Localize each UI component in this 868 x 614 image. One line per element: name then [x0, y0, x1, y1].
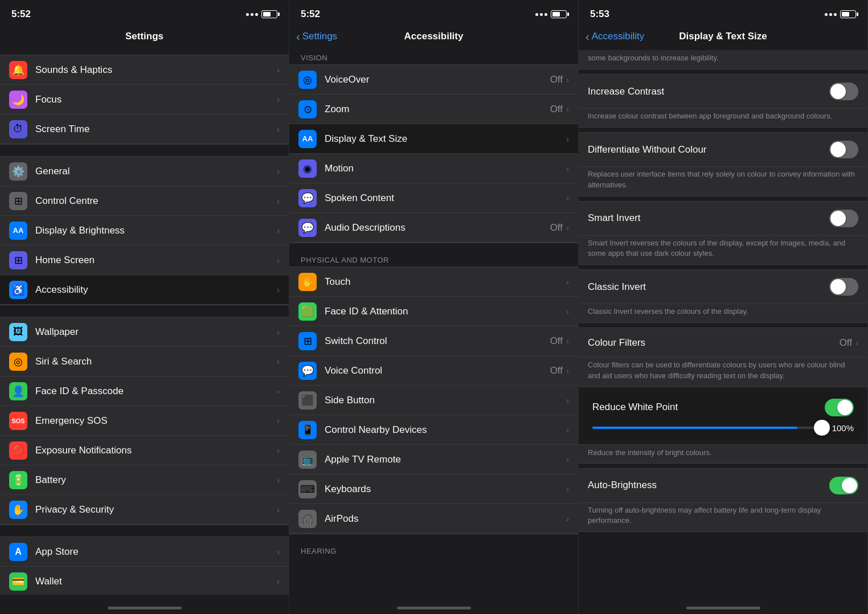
list-item-spokencontent[interactable]: 💬 Spoken Content › — [289, 183, 578, 213]
smart-invert-row[interactable]: Smart Invert — [579, 202, 867, 236]
chevron-icon: › — [277, 505, 280, 514]
list-item-zoom[interactable]: ⊙ Zoom Off › — [289, 95, 578, 124]
sidebar-item-siri[interactable]: ◎ Siri & Search › — [0, 347, 289, 376]
sidebar-item-sounds[interactable]: 🔔 Sounds & Haptics › — [0, 55, 289, 85]
list-item-audiodesc[interactable]: 💬 Audio Descriptions Off › — [289, 213, 578, 243]
list-item-displaytextsize[interactable]: AA Display & Text Size › — [289, 124, 578, 154]
chevron-icon: › — [566, 193, 569, 203]
settings-group-1: 🔔 Sounds & Haptics › 🌙 Focus › ⏱ Screen … — [0, 55, 289, 145]
voiceover-icon: ◎ — [298, 71, 317, 89]
back-button-3[interactable]: ‹ Accessibility — [586, 31, 644, 42]
chevron-icon: › — [566, 306, 569, 316]
list-item-motion[interactable]: ◉ Motion › — [289, 154, 578, 183]
chevron-icon: › — [277, 95, 280, 104]
list-item-keyboards[interactable]: ⌨ Keyboards › — [289, 474, 578, 504]
sidebar-item-sos[interactable]: SOS Emergency SOS › — [0, 406, 289, 436]
back-chevron-icon-3: ‹ — [586, 31, 589, 42]
sidebar-item-exposure[interactable]: 🔴 Exposure Notifications › — [0, 436, 289, 465]
motion-icon: ◉ — [298, 159, 317, 178]
settings-group-3: 🖼 Wallpaper › ◎ Siri & Search › 👤 Face I… — [0, 317, 289, 525]
increase-contrast-toggle[interactable] — [829, 83, 858, 100]
list-item-voicecontrol[interactable]: 💬 Voice Control Off › — [289, 356, 578, 386]
sidebar-item-faceid[interactable]: 👤 Face ID & Passcode › — [0, 376, 289, 406]
audiodesc-value: Off — [550, 222, 563, 234]
displaytextsize-icon: AA — [298, 130, 317, 148]
displaytextsize-label: Display & Text Size — [325, 133, 566, 145]
nav-header-1: Settings — [0, 25, 289, 50]
rwp-toggle[interactable] — [825, 399, 854, 416]
section-physical-header: PHYSICAL AND MOTOR — [289, 252, 578, 267]
list-item-switchcontrol[interactable]: ⊞ Switch Control Off › — [289, 326, 578, 356]
siri-label: Siri & Search — [35, 356, 277, 367]
zoom-label: Zoom — [325, 104, 550, 115]
settings-scroll[interactable]: 🔔 Sounds & Haptics › 🌙 Focus › ⏱ Screen … — [0, 50, 289, 595]
differentiate-toggle[interactable] — [829, 141, 858, 158]
faceid-label: Face ID & Passcode — [35, 386, 277, 397]
list-item-appletvremote[interactable]: 📺 Apple TV Remote › — [289, 445, 578, 474]
colour-filters-row[interactable]: Colour Filters Off › — [579, 328, 867, 358]
status-bar-2: 5:52 — [289, 0, 578, 25]
switchcontrol-value: Off — [550, 335, 563, 347]
list-item-controlnearby[interactable]: 📱 Control Nearby Devices › — [289, 415, 578, 445]
sidebar-item-accessibility[interactable]: ♿ Accessibility › — [0, 275, 289, 305]
sidebar-item-general[interactable]: ⚙️ General › — [0, 157, 289, 186]
rwp-label: Reduce White Point — [592, 402, 825, 413]
smart-invert-group: Smart Invert Smart Invert reverses the c… — [579, 201, 867, 265]
display-text-scroll[interactable]: some backgrounds to increase legibility.… — [579, 50, 867, 595]
sidebar-item-display[interactable]: AA Display & Brightness › — [0, 216, 289, 245]
sidebar-item-wallpaper[interactable]: 🖼 Wallpaper › — [0, 317, 289, 347]
list-item-airpods[interactable]: 🎧 AirPods › — [289, 504, 578, 534]
screentime-label: Screen Time — [35, 124, 277, 135]
status-icons-3 — [825, 10, 856, 18]
colour-filters-value: Off — [840, 337, 852, 349]
sidebar-item-controlcentre[interactable]: ⊞ Control Centre › — [0, 186, 289, 216]
differentiate-label: Differentiate Without Colour — [588, 144, 829, 155]
list-item-faceidattn[interactable]: 🟩 Face ID & Attention › — [289, 297, 578, 326]
chevron-icon: › — [566, 366, 569, 375]
general-icon: ⚙️ — [9, 162, 27, 181]
list-item-voiceover[interactable]: ◎ VoiceOver Off › — [289, 65, 578, 95]
chevron-icon: › — [277, 357, 280, 366]
back-label-2: Settings — [302, 31, 337, 42]
sidebar-item-privacy[interactable]: ✋ Privacy & Security › — [0, 495, 289, 525]
faceidattn-label: Face ID & Attention — [325, 306, 566, 317]
classic-invert-toggle[interactable] — [829, 278, 858, 296]
homescreen-label: Home Screen — [35, 255, 277, 266]
back-button-2[interactable]: ‹ Settings — [296, 31, 337, 42]
auto-brightness-toggle[interactable] — [829, 477, 858, 494]
appletvremote-label: Apple TV Remote — [325, 454, 566, 465]
list-item-sidebutton[interactable]: ⬛ Side Button › — [289, 386, 578, 415]
list-item-touch[interactable]: ✋ Touch › — [289, 267, 578, 297]
settings-group-4: A App Store › 💳 Wallet › — [0, 537, 289, 595]
voiceover-value: Off — [550, 74, 563, 85]
sidebar-item-focus[interactable]: 🌙 Focus › — [0, 85, 289, 114]
audiodesc-label: Audio Descriptions — [325, 222, 550, 234]
smart-invert-toggle[interactable] — [829, 210, 858, 227]
top-desc: some backgrounds to increase legibility. — [588, 54, 719, 62]
sidebar-item-screentime[interactable]: ⏱ Screen Time › — [0, 114, 289, 144]
auto-brightness-row[interactable]: Auto-Brightness — [579, 469, 867, 503]
sidebar-item-battery[interactable]: 🔋 Battery › — [0, 465, 289, 495]
sidebar-item-homescreen[interactable]: ⊞ Home Screen › — [0, 245, 289, 275]
sidebar-item-appstore[interactable]: A App Store › — [0, 537, 289, 567]
signal-icon-2 — [535, 13, 547, 16]
sidebar-item-wallet[interactable]: 💳 Wallet › — [0, 567, 289, 595]
controlcentre-icon: ⊞ — [9, 192, 27, 210]
increase-contrast-row[interactable]: Increase Contrast — [579, 75, 867, 109]
screentime-icon: ⏱ — [9, 120, 27, 138]
voicecontrol-value: Off — [550, 365, 563, 376]
rwp-slider-row: 100% — [592, 423, 854, 433]
chevron-icon: › — [566, 134, 569, 144]
accessibility-icon: ♿ — [9, 281, 27, 299]
wallpaper-icon: 🖼 — [9, 323, 27, 341]
controlnearby-icon: 📱 — [298, 421, 317, 439]
nav-header-3: ‹ Accessibility Display & Text Size — [579, 25, 867, 50]
motion-label: Motion — [325, 163, 566, 174]
chevron-icon: › — [277, 65, 280, 75]
differentiate-row[interactable]: Differentiate Without Colour — [579, 133, 867, 167]
accessibility-scroll[interactable]: VISION ◎ VoiceOver Off › ⊙ Zoom Off › AA… — [289, 50, 578, 595]
rwp-slider-track[interactable] — [592, 427, 825, 429]
chevron-icon: › — [277, 547, 280, 556]
voiceover-label: VoiceOver — [325, 74, 550, 85]
classic-invert-row[interactable]: Classic Invert — [579, 270, 867, 304]
